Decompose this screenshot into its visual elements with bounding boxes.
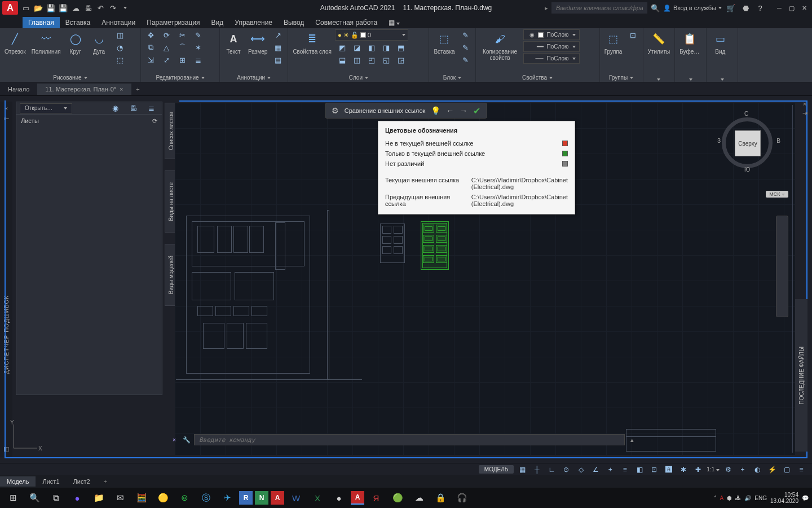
layer-tool-7-icon[interactable]: ◫ — [350, 54, 364, 65]
cmdline-customize-icon[interactable]: 🔧 — [182, 435, 192, 445]
ribbon-tab-extra-icon[interactable]: ▦ — [383, 17, 405, 28]
prev-diff-icon[interactable]: ← — [446, 106, 454, 115]
autodesk-tray-icon[interactable]: A — [720, 495, 724, 501]
stay-connected-icon[interactable]: ⬣ — [740, 2, 751, 14]
task-view-icon[interactable]: ⧉ — [46, 489, 65, 506]
leader-icon[interactable]: ↗ — [271, 29, 285, 41]
chrome-icon[interactable]: 🟡 — [153, 489, 173, 506]
ortho-icon[interactable]: ∟ — [545, 465, 558, 475]
qat-redo-icon[interactable]: ↷ — [107, 2, 118, 14]
layer-tool-8-icon[interactable]: ◰ — [364, 54, 379, 65]
panel-label-groups[interactable]: Группы — [602, 73, 641, 82]
layer-tool-10-icon[interactable]: ◲ — [394, 54, 408, 65]
autocad-2019-icon[interactable]: A — [271, 491, 284, 505]
table-icon[interactable]: ▦ — [271, 42, 285, 53]
revit-icon[interactable]: R — [239, 491, 253, 505]
group-small-icon[interactable]: ⊡ — [626, 29, 641, 41]
right-panel-pin-icon[interactable]: ⇥ — [802, 110, 807, 117]
polar-icon[interactable]: ⊙ — [560, 465, 572, 475]
panel-label-draw[interactable]: Рисование — [2, 73, 138, 82]
ribbon-tab-insert[interactable]: Вставка — [60, 17, 96, 28]
lineweight-display-icon[interactable]: ≡ — [619, 465, 631, 475]
qat-saveas-icon[interactable]: 💾 — [58, 2, 69, 14]
window-close-button[interactable]: ✕ — [798, 3, 810, 13]
action-center-icon[interactable]: 💬 — [802, 495, 809, 501]
cmdline-history-icon[interactable]: ▴ — [627, 435, 637, 445]
layout-tab-model[interactable]: Модель — [0, 476, 36, 487]
text-button[interactable]: AТекст — [222, 29, 245, 56]
active-document-tab[interactable]: 11. Мастерская. План-0*× — [37, 84, 131, 95]
dropbox-tray-icon[interactable]: ⬢ — [727, 495, 732, 501]
tray-expand-icon[interactable]: ˄ — [714, 495, 717, 501]
array-icon[interactable]: ⊞ — [175, 54, 189, 65]
osnap-icon[interactable]: ◇ — [575, 465, 587, 475]
layer-tool-6-icon[interactable]: ⬓ — [335, 54, 350, 65]
network-tray-icon[interactable]: 🖧 — [735, 495, 741, 501]
isolate-objects-icon[interactable]: ◐ — [751, 465, 764, 475]
clock[interactable]: 10:54 13.04.2020 — [770, 492, 798, 504]
window-minimize-button[interactable]: ─ — [774, 3, 785, 13]
accept-icon[interactable]: ✔ — [473, 106, 480, 116]
group-button[interactable]: ⬚Группа — [602, 29, 625, 56]
draw-small-2[interactable]: ◔ — [113, 42, 127, 53]
draw-small-1[interactable]: ◫ — [113, 29, 127, 41]
annotation-autoscale-icon[interactable]: ✚ — [692, 465, 704, 475]
ssm-tool-2-icon[interactable]: 🖶 — [126, 103, 140, 114]
word-icon[interactable]: W — [286, 489, 306, 506]
palette-menu-icon[interactable]: ◧ — [3, 445, 9, 453]
dimension-button[interactable]: ⟷Размер — [246, 29, 270, 56]
viewcube-top-face[interactable]: Сверху — [735, 130, 761, 156]
grid-icon[interactable]: ▦ — [516, 465, 528, 475]
next-diff-icon[interactable]: → — [460, 106, 467, 115]
current-scale[interactable]: 1:1 — [707, 466, 720, 472]
qat-undo-icon[interactable]: ↶ — [95, 2, 106, 14]
right-panel-close-icon[interactable]: × — [803, 100, 806, 107]
linetype-dropdown[interactable]: ──ПоСлою — [523, 53, 580, 64]
explode-icon[interactable]: ✶ — [191, 42, 205, 53]
draw-small-3[interactable]: ⬚ — [113, 54, 127, 65]
infocenter-search-input[interactable] — [551, 2, 647, 14]
offset-icon[interactable]: ≣ — [191, 54, 205, 65]
layer-tool-5-icon[interactable]: ⬒ — [394, 42, 408, 53]
bulb-icon[interactable]: 💡 — [431, 106, 440, 115]
language-indicator[interactable]: ENG — [754, 495, 767, 501]
cmdline-close-icon[interactable]: × — [169, 435, 179, 445]
ssm-tool-1-icon[interactable]: ◉ — [108, 103, 122, 114]
taskbar-app-1-icon[interactable]: ● — [68, 489, 87, 506]
stretch-icon[interactable]: ⇲ — [143, 54, 158, 65]
clipboard-button[interactable]: 📋Буфе… — [677, 29, 701, 56]
utilities-button[interactable]: 📏Утилиты — [646, 29, 673, 56]
audio-tray-icon[interactable]: 🔊 — [744, 495, 751, 501]
selection-cycling-icon[interactable]: ⊡ — [648, 465, 660, 475]
lineweight-dropdown[interactable]: ━━ПоСлою — [523, 41, 580, 52]
view-button[interactable]: ▭Вид — [709, 29, 731, 56]
add-layout-button[interactable]: + — [97, 476, 114, 487]
rotate-icon[interactable]: ⟳ — [159, 29, 174, 41]
annotation-scale-icon[interactable]: 🅰 — [663, 465, 675, 475]
workspace-switch-icon[interactable]: ⚙ — [722, 465, 734, 475]
search-button-icon[interactable]: 🔍 — [25, 489, 44, 506]
arc-button[interactable]: ◡Дуга — [88, 29, 111, 56]
qat-save-icon[interactable]: 💾 — [45, 2, 56, 14]
insert-block-button[interactable]: ⬚Вставка — [431, 29, 457, 56]
ribbon-tab-home[interactable]: Главная — [23, 17, 60, 28]
taskbar-app-x-icon[interactable]: ● — [329, 489, 348, 506]
recent-files-panel[interactable]: ПОСЛЕДНИЕ ФАЙЛЫ — [795, 299, 807, 452]
layout-tab-2[interactable]: Лист2 — [67, 476, 97, 487]
circle-button[interactable]: ◯Круг — [64, 29, 87, 56]
trim-icon[interactable]: ✂ — [175, 29, 189, 41]
panel-label-layers[interactable]: Слои — [290, 73, 426, 82]
help-icon[interactable]: ? — [754, 2, 766, 14]
panel-label-block[interactable]: Блок — [431, 73, 473, 82]
onedrive-icon[interactable]: ☁ — [409, 489, 429, 506]
close-tab-icon[interactable]: × — [120, 86, 123, 93]
dynamic-input-icon[interactable]: + — [604, 465, 616, 475]
whatsapp-icon[interactable]: ⊚ — [175, 489, 194, 506]
copy-icon[interactable]: ⧉ — [143, 42, 158, 53]
start-tab[interactable]: Начало — [0, 84, 37, 95]
model-paper-toggle[interactable]: МОДЕЛЬ — [479, 465, 514, 474]
layer-tool-4-icon[interactable]: ◨ — [379, 42, 394, 53]
match-properties-button[interactable]: 🖌Копирование свойств — [478, 29, 522, 62]
mail-icon[interactable]: ✉ — [111, 489, 130, 506]
otrack-icon[interactable]: ∠ — [589, 465, 602, 475]
